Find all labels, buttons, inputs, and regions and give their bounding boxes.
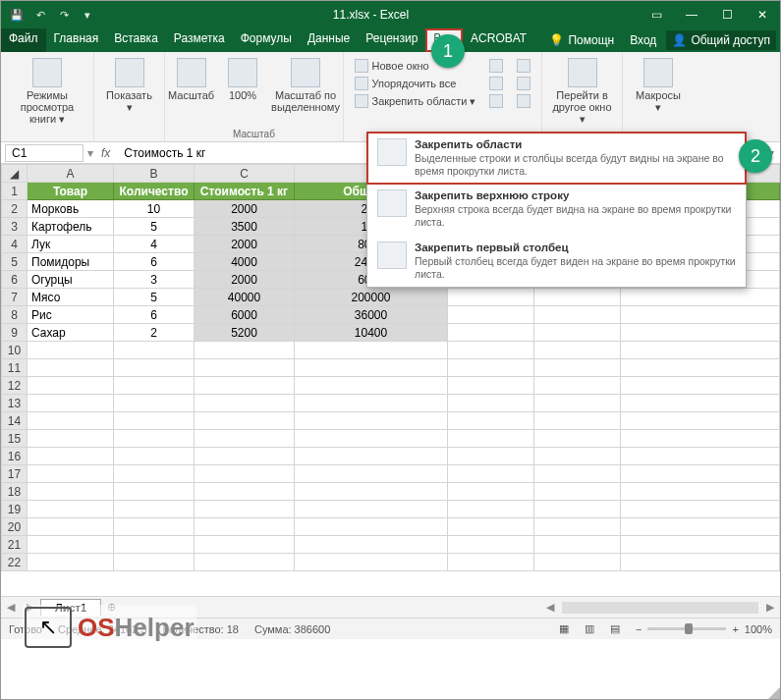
macros-button[interactable]: Макросы ▾ xyxy=(629,56,688,116)
row-head[interactable]: 9 xyxy=(2,324,28,342)
cell[interactable] xyxy=(621,377,780,395)
cell[interactable] xyxy=(621,324,780,342)
cell[interactable] xyxy=(621,554,780,571)
arrange-all[interactable]: Упорядочить все xyxy=(351,76,480,91)
cell[interactable] xyxy=(534,359,621,377)
cell[interactable]: 4000 xyxy=(195,253,295,271)
split-icon[interactable] xyxy=(485,58,507,74)
tab-home[interactable]: Главная xyxy=(46,28,107,52)
cell[interactable] xyxy=(448,395,534,412)
zoom-selection[interactable]: Масштаб по выделенному xyxy=(267,56,344,115)
cell[interactable] xyxy=(621,359,780,377)
tab-insert[interactable]: Вставка xyxy=(106,28,166,52)
zoom-out-icon[interactable]: − xyxy=(636,623,642,635)
row-head[interactable]: 10 xyxy=(2,342,28,359)
cell[interactable] xyxy=(448,359,534,377)
col-C[interactable]: C xyxy=(195,165,295,183)
fx-icon[interactable]: fx xyxy=(93,146,118,160)
freeze-panes-option[interactable]: Закрепить областиВыделенные строки и сто… xyxy=(366,132,747,185)
cell[interactable] xyxy=(114,554,195,571)
cell[interactable] xyxy=(295,342,448,359)
cell[interactable] xyxy=(114,412,195,430)
cell[interactable]: 2000 xyxy=(195,200,295,218)
cell[interactable]: 5 xyxy=(114,289,195,306)
col-B[interactable]: B xyxy=(114,165,195,183)
row-head[interactable]: 8 xyxy=(2,306,28,324)
row-head[interactable]: 13 xyxy=(2,395,28,412)
row-head[interactable]: 11 xyxy=(2,359,28,377)
sign-in[interactable]: Вход xyxy=(624,30,662,50)
select-all[interactable]: ◢ xyxy=(2,165,28,183)
cell[interactable] xyxy=(195,518,295,536)
row-head[interactable]: 12 xyxy=(2,377,28,395)
cell[interactable] xyxy=(295,536,448,554)
cell[interactable]: 5 xyxy=(114,218,195,236)
cell[interactable] xyxy=(28,483,114,501)
cell[interactable]: Количество xyxy=(114,183,195,200)
cell[interactable] xyxy=(114,536,195,554)
cell[interactable] xyxy=(448,501,534,518)
cell[interactable] xyxy=(448,448,534,465)
cell[interactable] xyxy=(534,430,621,448)
row-head[interactable]: 3 xyxy=(2,218,28,236)
cell[interactable] xyxy=(621,483,780,501)
hide-icon[interactable] xyxy=(485,76,507,91)
cell[interactable]: 4 xyxy=(114,236,195,253)
cell[interactable] xyxy=(114,465,195,483)
cell[interactable] xyxy=(448,536,534,554)
cell[interactable] xyxy=(295,448,448,465)
cell[interactable] xyxy=(28,448,114,465)
maximize-icon[interactable]: ☐ xyxy=(709,1,745,28)
cell[interactable] xyxy=(534,465,621,483)
cell[interactable] xyxy=(114,395,195,412)
row-head[interactable]: 21 xyxy=(2,536,28,554)
row-head[interactable]: 6 xyxy=(2,271,28,289)
cell[interactable] xyxy=(28,536,114,554)
zoom-button[interactable]: Масштаб xyxy=(164,56,218,103)
cell[interactable]: 3 xyxy=(114,271,195,289)
cell[interactable] xyxy=(295,359,448,377)
cell[interactable]: Картофель xyxy=(28,218,114,236)
cell[interactable] xyxy=(621,306,780,324)
cell[interactable] xyxy=(448,289,534,306)
cell[interactable] xyxy=(114,342,195,359)
cell[interactable] xyxy=(28,359,114,377)
cell[interactable] xyxy=(534,501,621,518)
cell[interactable] xyxy=(195,377,295,395)
sync-scroll-icon[interactable] xyxy=(513,76,534,91)
tab-acrobat[interactable]: ACROBAT xyxy=(463,28,534,52)
cell[interactable] xyxy=(28,377,114,395)
cell[interactable]: 5200 xyxy=(195,324,295,342)
cell[interactable] xyxy=(114,483,195,501)
workbook-views[interactable]: Режимы просмотра книги ▾ xyxy=(7,56,87,128)
cell[interactable]: 6 xyxy=(114,253,195,271)
cell[interactable] xyxy=(295,554,448,571)
cell[interactable] xyxy=(195,430,295,448)
cell[interactable]: Морковь xyxy=(28,200,114,218)
cell[interactable]: Сахар xyxy=(28,324,114,342)
cell[interactable]: Помидоры xyxy=(28,253,114,271)
zoom-control[interactable]: − + 100% xyxy=(636,623,772,635)
cell[interactable] xyxy=(114,359,195,377)
zoom-in-icon[interactable]: + xyxy=(732,623,738,635)
cell[interactable] xyxy=(114,430,195,448)
cell[interactable] xyxy=(448,377,534,395)
cell[interactable]: 10400 xyxy=(295,324,448,342)
hscroll-left-icon[interactable]: ◀ xyxy=(540,601,560,614)
cell[interactable] xyxy=(28,430,114,448)
row-head[interactable]: 14 xyxy=(2,412,28,430)
cell[interactable] xyxy=(534,289,621,306)
cell[interactable]: 2000 xyxy=(195,236,295,253)
zoom-level[interactable]: 100% xyxy=(745,623,772,635)
cell[interactable] xyxy=(621,412,780,430)
view-normal-icon[interactable]: ▦ xyxy=(559,622,569,635)
row-head[interactable]: 22 xyxy=(2,554,28,571)
cell[interactable] xyxy=(114,518,195,536)
cell[interactable] xyxy=(195,465,295,483)
cell[interactable] xyxy=(28,465,114,483)
qat-customize-icon[interactable]: ▾ xyxy=(80,7,95,23)
redo-icon[interactable]: ↷ xyxy=(56,7,72,23)
cell[interactable] xyxy=(534,448,621,465)
zoom-slider[interactable] xyxy=(647,627,726,630)
cell[interactable] xyxy=(448,412,534,430)
